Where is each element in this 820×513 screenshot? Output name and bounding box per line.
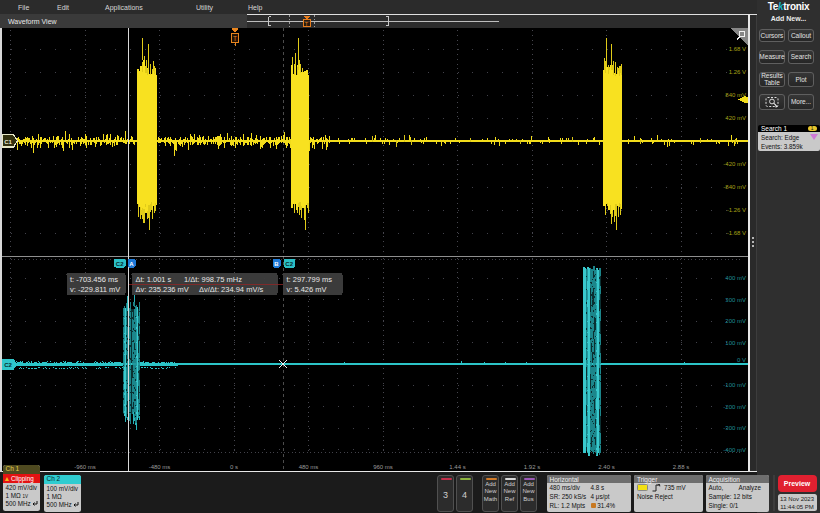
svg-text:1/Δt: 998.75 mHz: 1/Δt: 998.75 mHz (184, 275, 242, 284)
svg-text:v: 5.426 mV: v: 5.426 mV (287, 285, 327, 294)
svg-text:1.44 s: 1.44 s (449, 464, 465, 470)
svg-text:Δv: 235.236 mV: Δv: 235.236 mV (136, 285, 189, 294)
svg-text:-400 mV: -400 mV (723, 447, 746, 453)
svg-text:100 mV: 100 mV (725, 340, 746, 346)
svg-text:480 ms: 480 ms (299, 464, 319, 470)
svg-text:840 mV: 840 mV (725, 92, 746, 98)
svg-text:1.26 V: 1.26 V (729, 69, 746, 75)
svg-text:A: A (129, 261, 134, 267)
svg-text:-840 mV: -840 mV (723, 184, 746, 190)
svg-text:v: -229.811 mV: v: -229.811 mV (70, 285, 120, 294)
svg-text:1.92 s: 1.92 s (524, 464, 540, 470)
svg-text:960 ms: 960 ms (373, 464, 393, 470)
svg-text:C2: C2 (116, 261, 124, 267)
svg-text:Δv/Δt: 234.94 mV/s: Δv/Δt: 234.94 mV/s (199, 285, 263, 294)
svg-text:300 mV: 300 mV (725, 297, 746, 303)
svg-text:C1: C1 (4, 139, 12, 145)
svg-text:1.68 V: 1.68 V (729, 46, 746, 52)
svg-text:-1.26 V: -1.26 V (727, 207, 746, 213)
svg-text:2.40 s: 2.40 s (598, 464, 614, 470)
svg-text:t: -703.456 ms: t: -703.456 ms (70, 275, 118, 284)
svg-text:0 s: 0 s (230, 464, 238, 470)
svg-text:t: 297.799 ms: t: 297.799 ms (287, 275, 333, 284)
svg-text:C2: C2 (285, 261, 293, 267)
svg-text:400 mV: 400 mV (725, 275, 746, 281)
svg-text:-200 mV: -200 mV (723, 404, 746, 410)
svg-text:Δt: 1.001 s: Δt: 1.001 s (136, 275, 172, 284)
svg-text:2.88 s: 2.88 s (673, 464, 689, 470)
svg-text:200 mV: 200 mV (725, 318, 746, 324)
svg-text:-960 ms: -960 ms (74, 464, 96, 470)
svg-text:C2: C2 (4, 362, 12, 368)
svg-text:-480 ms: -480 ms (149, 464, 171, 470)
svg-text:0 V: 0 V (737, 357, 746, 363)
svg-text:T: T (233, 35, 237, 42)
svg-text:-1.68 V: -1.68 V (727, 230, 746, 236)
svg-text:-300 mV: -300 mV (723, 425, 746, 431)
svg-text:420 mV: 420 mV (725, 115, 746, 121)
svg-text:B: B (274, 261, 279, 267)
svg-text:-420 mV: -420 mV (723, 161, 746, 167)
svg-text:-100 mV: -100 mV (723, 382, 746, 388)
